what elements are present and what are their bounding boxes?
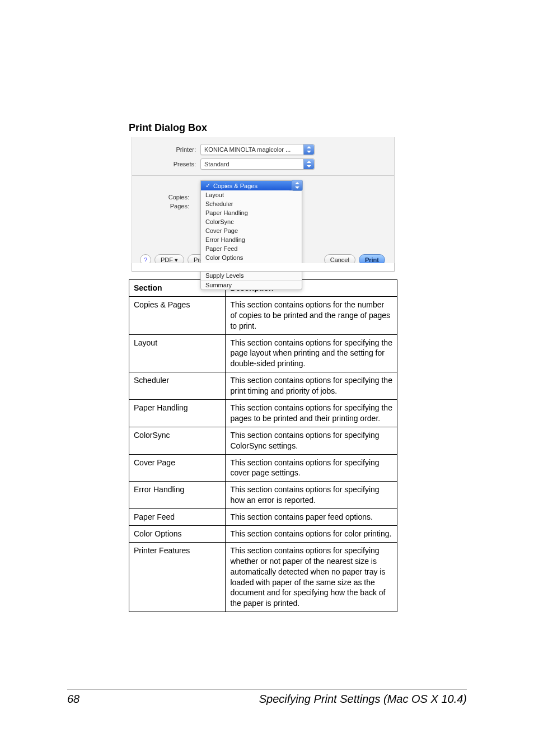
- presets-label: Presets:: [140, 161, 200, 167]
- updown-icon: [292, 180, 303, 191]
- menu-item-colorsync[interactable]: ColorSync: [201, 217, 302, 226]
- table-row: LayoutThis section contains options for …: [129, 334, 397, 372]
- footer-text: Specifying Print Settings (Mac OS X 10.4…: [259, 693, 467, 706]
- page-footer: 68 Specifying Print Settings (Mac OS X 1…: [67, 689, 467, 706]
- check-icon: ✓: [205, 182, 211, 189]
- table-row: Error HandlingThis section contains opti…: [129, 482, 397, 509]
- menu-item-scheduler[interactable]: Scheduler: [201, 199, 302, 208]
- page-title: Print Dialog Box: [129, 122, 397, 134]
- updown-icon: [303, 144, 314, 155]
- printer-label: Printer:: [140, 146, 200, 153]
- table-row: Printer FeaturesThis section contains op…: [129, 542, 397, 612]
- table-row: Color OptionsThis section contains optio…: [129, 526, 397, 543]
- menu-item-cover-page[interactable]: Cover Page: [201, 226, 302, 235]
- page-number: 68: [67, 693, 79, 706]
- menu-item-layout[interactable]: Layout: [201, 190, 302, 199]
- printer-select[interactable]: KONICA MINOLTA magicolor ...: [200, 144, 315, 155]
- description-table: Section Description Copies & PagesThis s…: [129, 279, 397, 612]
- menu-item-copies-pages[interactable]: ✓ Copies & Pages: [201, 181, 302, 190]
- updown-icon: [303, 159, 314, 169]
- section-menu[interactable]: ✓ Copies & Pages Layout Scheduler Paper …: [200, 180, 302, 290]
- menu-item-paper-handling[interactable]: Paper Handling: [201, 208, 302, 217]
- printer-value: KONICA MINOLTA magicolor ...: [204, 146, 291, 153]
- menu-item-label: Copies & Pages: [213, 183, 257, 189]
- pages-label: Pages:: [170, 203, 189, 209]
- presets-select[interactable]: Standard: [200, 158, 315, 170]
- print-dialog: Printer: KONICA MINOLTA magicolor ... Pr…: [132, 137, 395, 272]
- table-row: SchedulerThis section contains options f…: [129, 372, 397, 400]
- presets-value: Standard: [204, 161, 229, 167]
- menu-item-paper-feed[interactable]: Paper Feed: [201, 244, 302, 253]
- table-row: Copies & PagesThis section contains opti…: [129, 296, 397, 334]
- copies-label: Copies:: [168, 194, 189, 200]
- table-row: Paper FeedThis section contains paper fe…: [129, 509, 397, 526]
- table-row: Cover PageThis section contains options …: [129, 454, 397, 482]
- menu-item-supply-levels[interactable]: Supply Levels: [201, 271, 302, 280]
- preview-strip: [132, 263, 395, 272]
- table-row: Paper HandlingThis section contains opti…: [129, 400, 397, 427]
- menu-item-summary[interactable]: Summary: [201, 280, 302, 290]
- menu-item-error-handling[interactable]: Error Handling: [201, 235, 302, 244]
- table-row: ColorSyncThis section contains options f…: [129, 427, 397, 454]
- menu-item-color-options[interactable]: Color Options: [201, 253, 302, 262]
